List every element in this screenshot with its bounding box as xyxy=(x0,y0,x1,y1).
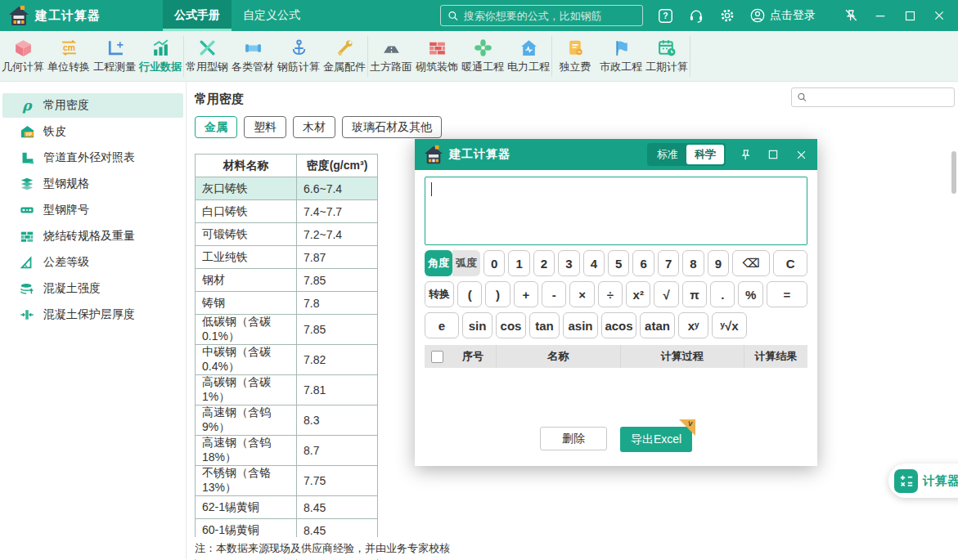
table-search-input[interactable] xyxy=(812,92,949,103)
key-divide[interactable]: ÷ xyxy=(598,281,623,307)
toolbar-item-pipes[interactable]: 各类管材 xyxy=(230,38,276,74)
key-6[interactable]: 6 xyxy=(632,250,654,276)
close-icon[interactable] xyxy=(793,146,809,163)
toolbar-item-rebar[interactable]: 钢筋计算 xyxy=(276,38,322,74)
table-row[interactable]: 高碳钢（含碳1%）7.81 xyxy=(196,375,378,405)
table-row[interactable]: 不锈钢（含铬13%）7.75 xyxy=(196,466,378,496)
tab-formula-manual[interactable]: 公式手册 xyxy=(163,0,232,31)
key-sin[interactable]: sin xyxy=(462,312,492,338)
expression-input[interactable] xyxy=(425,177,807,245)
settings-gear-icon[interactable] xyxy=(718,7,736,25)
key-9[interactable]: 9 xyxy=(708,250,729,276)
toolbar-item-geometry[interactable]: 几何计算 xyxy=(0,38,46,74)
table-row[interactable]: 中碳钢（含碳0.4%）7.82 xyxy=(196,345,378,375)
key-cos[interactable]: cos xyxy=(496,312,526,338)
headset-icon[interactable] xyxy=(687,7,705,25)
table-row[interactable]: 工业纯铁7.87 xyxy=(196,246,378,269)
toolbar-item-masonry[interactable]: 砌筑装饰 xyxy=(414,38,460,74)
sidebar-item-steel-grade[interactable]: 型钢牌号 xyxy=(2,198,183,222)
tab-glass-stone-other[interactable]: 玻璃石材及其他 xyxy=(342,116,442,138)
key-3[interactable]: 3 xyxy=(558,250,579,276)
toolbar-item-municipal[interactable]: 市政工程 xyxy=(598,38,644,74)
key-angle[interactable]: 角度 xyxy=(425,250,452,276)
toolbar-item-electrical[interactable]: 电力工程 xyxy=(506,38,551,74)
key-multiply[interactable]: × xyxy=(569,281,594,307)
key-backspace[interactable]: ⌫ xyxy=(732,250,770,276)
tab-metal[interactable]: 金属 xyxy=(195,116,237,138)
key-e[interactable]: e xyxy=(425,312,459,338)
key-0[interactable]: 0 xyxy=(483,250,505,276)
key-open-paren[interactable]: ( xyxy=(457,281,482,307)
tab-plastic[interactable]: 塑料 xyxy=(244,116,286,138)
toolbar-item-independent-fee[interactable]: 独立费 xyxy=(552,38,598,74)
minimize-icon[interactable] xyxy=(871,7,889,25)
toolbar-item-industry-data[interactable]: 行业数据 xyxy=(137,38,183,74)
pin-icon[interactable] xyxy=(737,146,753,163)
key-tan[interactable]: tan xyxy=(529,312,560,338)
table-row[interactable]: 可锻铸铁7.2~7.4 xyxy=(196,223,378,246)
key-clear[interactable]: C xyxy=(773,250,807,276)
toolbar-item-measurement[interactable]: 工程测量 xyxy=(92,38,137,74)
toolbar-item-unit-conversion[interactable]: cm 单位转换 xyxy=(46,38,92,74)
sidebar-item-tolerance[interactable]: 公差等级 xyxy=(2,250,183,275)
sidebar-item-sheet-metal[interactable]: VIP 铁皮 xyxy=(2,119,183,144)
toolbar-item-earthwork[interactable]: 土方路面 xyxy=(368,38,414,74)
key-decimal[interactable]: . xyxy=(710,281,735,307)
vertical-scrollbar-thumb[interactable] xyxy=(951,151,956,194)
table-row[interactable]: 白口铸铁7.4~7.7 xyxy=(196,200,378,223)
key-5[interactable]: 5 xyxy=(608,250,629,276)
pin-window-icon[interactable] xyxy=(842,7,860,25)
table-search-box[interactable] xyxy=(791,87,955,107)
key-atan[interactable]: atan xyxy=(640,312,675,338)
toolbar-item-schedule[interactable]: 工期计算 xyxy=(644,38,690,74)
help-icon[interactable]: ? xyxy=(656,7,674,25)
global-search-input[interactable] xyxy=(464,10,636,22)
toolbar-item-steel-sections[interactable]: 常用型钢 xyxy=(184,38,230,74)
table-row[interactable]: 铸钢7.8 xyxy=(196,292,378,315)
table-row[interactable]: 高速钢（含钨9%）8.3 xyxy=(196,405,378,436)
key-radian[interactable]: 弧度 xyxy=(452,250,480,276)
table-row[interactable]: 62-1锡黄铜8.45 xyxy=(196,496,378,519)
delete-button[interactable]: 删除 xyxy=(540,427,607,450)
toolbar-item-metal-parts[interactable]: 金属配件 xyxy=(322,38,367,74)
mode-standard-button[interactable]: 标准 xyxy=(649,145,686,164)
key-4[interactable]: 4 xyxy=(583,250,605,276)
key-nth-root[interactable]: ʸ√x xyxy=(712,312,747,338)
key-square[interactable]: x² xyxy=(626,281,650,307)
sidebar-item-steel-spec[interactable]: 型钢规格 xyxy=(2,172,183,196)
key-minus[interactable]: - xyxy=(542,281,566,307)
calculator-titlebar[interactable]: 建工计算器 标准 科学 xyxy=(415,139,817,170)
key-sqrt[interactable]: √ xyxy=(654,281,678,307)
toolbar-item-hvac[interactable]: 暖通工程 xyxy=(460,38,506,74)
close-icon[interactable] xyxy=(930,7,948,25)
export-excel-button[interactable]: 导出Excel V xyxy=(620,427,692,452)
key-2[interactable]: 2 xyxy=(533,250,555,276)
maximize-icon[interactable] xyxy=(901,7,919,25)
login-button[interactable]: 点击登录 xyxy=(749,7,816,24)
table-row[interactable]: 低碳钢（含碳0.1%）7.85 xyxy=(196,315,378,345)
tab-custom-formula[interactable]: 自定义公式 xyxy=(232,0,312,31)
key-convert[interactable]: 转换 xyxy=(425,281,454,307)
table-row[interactable]: 钢材7.85 xyxy=(196,269,378,292)
select-all-checkbox[interactable] xyxy=(431,351,443,363)
sidebar-item-concrete-strength[interactable]: 混凝土强度 xyxy=(2,276,183,301)
sidebar-item-brick-spec[interactable]: 烧结砖规格及重量 xyxy=(2,224,183,249)
table-row[interactable]: 灰口铸铁6.6~7.4 xyxy=(196,177,378,200)
key-asin[interactable]: asin xyxy=(563,312,598,338)
table-row[interactable]: 高速钢（含钨18%）8.7 xyxy=(196,436,378,466)
sidebar-item-concrete-cover[interactable]: 混凝土保护层厚度 xyxy=(2,302,183,327)
mode-scientific-button[interactable]: 科学 xyxy=(686,145,724,164)
global-search-box[interactable] xyxy=(440,5,643,26)
key-equals[interactable]: = xyxy=(767,281,807,307)
key-plus[interactable]: + xyxy=(514,281,538,307)
key-pi[interactable]: π xyxy=(682,281,707,307)
sidebar-item-pipe-diameter[interactable]: 管道直外径对照表 xyxy=(2,146,183,170)
key-1[interactable]: 1 xyxy=(508,250,529,276)
key-8[interactable]: 8 xyxy=(682,250,704,276)
floating-calculator-button[interactable]: 计算器 xyxy=(888,464,958,498)
key-7[interactable]: 7 xyxy=(658,250,679,276)
key-power[interactable]: xʸ xyxy=(678,312,708,338)
tab-wood[interactable]: 木材 xyxy=(293,116,335,138)
maximize-icon[interactable] xyxy=(765,146,781,163)
key-close-paren[interactable]: ) xyxy=(485,281,510,307)
